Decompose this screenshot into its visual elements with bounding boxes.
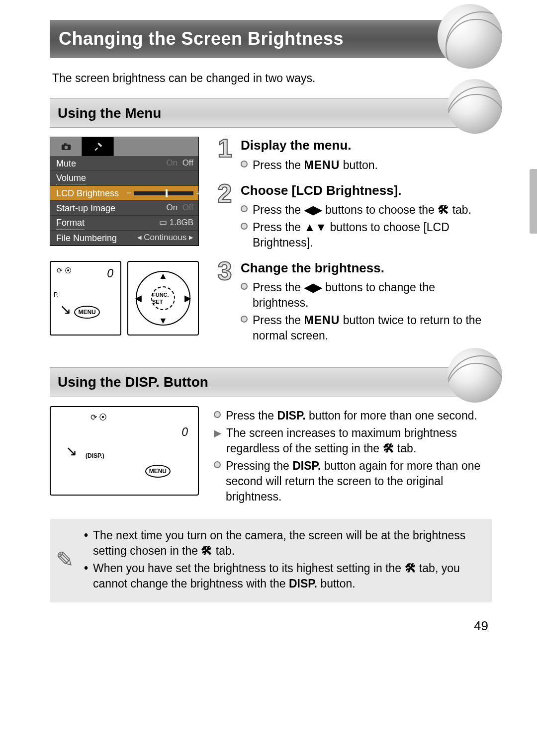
svg-point-2 <box>64 146 68 150</box>
menu-value: Continuous <box>144 233 186 242</box>
bullet-text: Press the buttons to choose [LCD Brightn… <box>253 220 492 251</box>
bullet-dot-icon <box>214 461 221 468</box>
step-bullet: Press the MENU button twice to return to… <box>241 313 492 343</box>
section-heading-disp-text: Using the DISP. Button <box>58 374 208 390</box>
diagram-zero: 0 <box>107 266 113 281</box>
intro-text: The screen brightness can be changed in … <box>52 71 492 86</box>
up-down-arrows-icon <box>304 221 327 234</box>
tools-tab-icon <box>82 137 114 156</box>
step-bullet: Press the buttons to choose the 🛠 tab. <box>241 202 492 218</box>
tools-icon: 🛠 <box>405 562 416 575</box>
bullet-text: Press the buttons to change the brightne… <box>253 280 492 311</box>
left-triangle-icon: ◀ <box>135 292 142 304</box>
right-triangle-icon: ▶ <box>184 292 191 304</box>
menu-row-volume: Volume <box>50 171 198 186</box>
step-bullet: Press the buttons to change the brightne… <box>241 280 492 311</box>
disp-button-icon: (DISP.) <box>86 452 104 460</box>
bullet-dot-icon <box>241 223 248 230</box>
menu-word-icon: MENU <box>304 159 340 171</box>
svg-rect-1 <box>64 144 66 145</box>
camera-back-diagram: ⟳ ⦿ 0 ↘ MENU P. FUNC. SET ▲ ▼ ◀ ▶ <box>50 261 199 336</box>
bullet-dot-icon <box>241 161 248 168</box>
bullet-text: Press the buttons to choose the 🛠 tab. <box>253 202 471 218</box>
diagram-icon: ⟳ ⦿ <box>57 266 72 275</box>
tools-icon: 🛠 <box>383 442 394 455</box>
result-arrow-icon: ▶ <box>214 426 221 440</box>
menu-value: Off <box>182 158 193 168</box>
menu-row-label: Mute <box>56 158 76 169</box>
decorative-disc <box>448 79 502 134</box>
control-wheel-icon: FUNC. SET ▲ ▼ ◀ ▶ <box>136 271 190 326</box>
bullet-text: Press the MENU button. <box>253 158 378 173</box>
note-text: When you have set the brightness to its … <box>93 561 482 591</box>
bullet-dot-icon <box>241 283 248 290</box>
disp-word-icon: DISP. <box>277 409 306 422</box>
camera-tab-icon <box>50 137 82 156</box>
menu-value-dim: Off <box>182 203 193 212</box>
bullet-dot-icon <box>214 411 221 418</box>
page-number: 49 <box>50 617 492 635</box>
menu-row-label: Volume <box>56 172 86 185</box>
step-3: 3 Change the brightness. Press the butto… <box>214 259 492 345</box>
disp-word-icon: DISP. <box>292 459 321 472</box>
page-title: Changing the Screen Brightness <box>59 28 344 49</box>
pointer-arrow-icon: ↘ <box>60 302 71 317</box>
left-right-arrows-icon <box>304 281 322 294</box>
menu-button-icon: MENU <box>145 465 171 478</box>
step-number: 2 <box>214 182 236 252</box>
tools-icon: 🛠 <box>438 203 449 216</box>
pencil-note-icon: ✎ <box>56 549 74 571</box>
menu-row-label: Start-up Image <box>56 202 115 214</box>
step-number: 3 <box>214 259 236 345</box>
step-title: Display the menu. <box>241 137 492 154</box>
tools-icon: 🛠 <box>201 544 212 557</box>
pointer-arrow-icon: ↘ <box>66 442 77 461</box>
bullet-text: Press the MENU button twice to return to… <box>253 313 492 343</box>
disp-bullet: Pressing the DISP. button again for more… <box>214 458 492 504</box>
page-side-tab <box>530 169 537 234</box>
step-1: 1 Display the menu. Press the MENU butto… <box>214 137 492 174</box>
bullet-text: The screen increases to maximum brightne… <box>226 425 492 456</box>
steps-column: 1 Display the menu. Press the MENU butto… <box>214 137 492 352</box>
step-title: Choose [LCD Brightness]. <box>241 182 492 199</box>
left-figure-column: Mute On Off Volume LCD Brightness −+ Sta… <box>50 137 199 336</box>
down-triangle-icon: ▼ <box>159 315 168 327</box>
menu-row-label: Format <box>56 217 85 230</box>
tab-spacer <box>114 137 198 156</box>
menu-row-label: File Numbering <box>56 232 117 244</box>
bullet-dot-icon <box>241 205 248 212</box>
disp-word-icon: DISP. <box>289 577 317 590</box>
bullet-dot-icon <box>241 316 248 323</box>
left-right-arrows-icon <box>304 203 322 216</box>
note-item: The next time you turn on the camera, th… <box>84 528 482 559</box>
step-2: 2 Choose [LCD Brightness]. Press the but… <box>214 182 492 252</box>
disp-bullet: ▶ The screen increases to maximum bright… <box>214 425 492 456</box>
disp-bullet: Press the DISP. button for more than one… <box>214 408 492 423</box>
menu-row-startup: Start-up Image On Off <box>50 201 198 216</box>
menu-row-label: LCD Brightness <box>56 187 119 199</box>
step-title: Change the brightness. <box>241 259 492 277</box>
disp-word-icon: DISP. <box>125 374 160 390</box>
bullet-text: Pressing the DISP. button again for more… <box>226 458 492 504</box>
bullet-text: Press the DISP. button for more than one… <box>226 408 477 423</box>
camera-menu-screenshot: Mute On Off Volume LCD Brightness −+ Sta… <box>50 137 199 246</box>
page-title-band: Changing the Screen Brightness <box>50 20 492 58</box>
step-number: 1 <box>214 137 236 174</box>
decorative-disc <box>448 348 502 403</box>
brightness-slider: −+ <box>134 191 193 195</box>
disp-button-diagram: ⟳ ⦿ 0 ↘ (DISP.) MENU <box>50 406 199 496</box>
func-set-button-icon: FUNC. SET <box>151 286 175 310</box>
menu-word-icon: MENU <box>304 314 340 327</box>
note-item: When you have set the brightness to its … <box>84 561 482 591</box>
step-bullet: Press the MENU button. <box>241 158 492 173</box>
menu-row-mute: Mute On Off <box>50 156 198 171</box>
menu-button-icon: MENU <box>74 306 99 319</box>
menu-value-dim: On <box>166 158 178 168</box>
section-heading-menu-text: Using the Menu <box>58 105 161 121</box>
note-block: ✎ The next time you turn on the camera, … <box>50 519 492 602</box>
diagram-p-label: P. <box>54 291 59 299</box>
step-bullet: Press the buttons to choose [LCD Brightn… <box>241 220 492 251</box>
section-heading-menu: Using the Menu <box>50 98 492 128</box>
up-triangle-icon: ▲ <box>159 270 168 282</box>
diagram-icon: ⟳ ⦿ <box>90 412 107 423</box>
